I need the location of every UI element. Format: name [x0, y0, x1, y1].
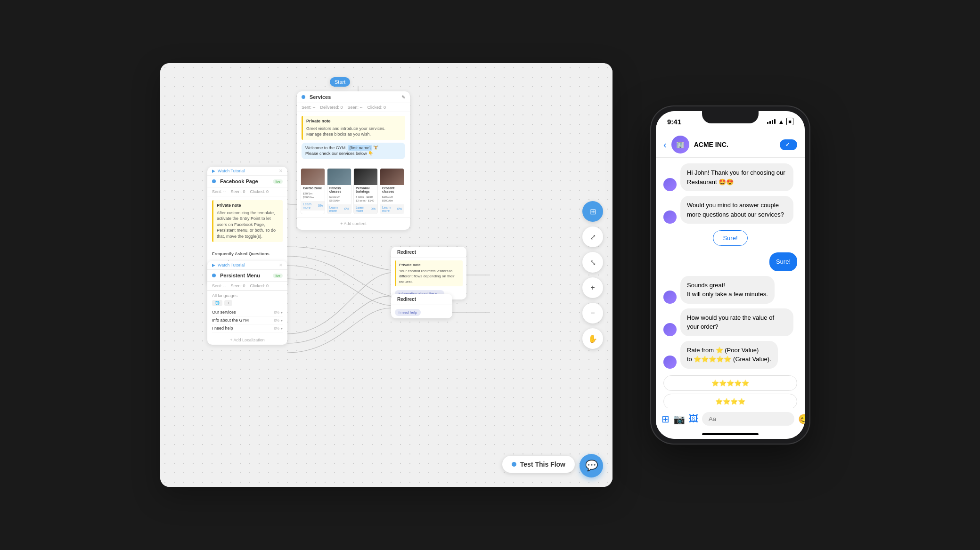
add-icon: ⊞	[590, 207, 596, 216]
test-flow-button[interactable]: Test This Flow	[502, 456, 575, 473]
test-flow-dot	[512, 462, 516, 467]
gallery-item-fitness[interactable]: Fitness classes $300/1m$500/6m Learn mor…	[327, 168, 351, 214]
lang-btn-1[interactable]: 🌐	[212, 300, 222, 306]
chat-area: Hi John! Thank you for choosing our Rest…	[656, 158, 805, 408]
services-note-text: Greet visitors and introduce your servic…	[306, 126, 402, 138]
node-redirect-2[interactable]: Redirect i need help	[391, 294, 452, 318]
test-flow-label: Test This Flow	[520, 461, 565, 468]
fb-label: Facebook Page	[220, 178, 258, 184]
node-services-body: Private note Greet visitors and introduc…	[297, 112, 410, 165]
bot-avatar-2	[663, 210, 677, 224]
watch-tutorial-facebook[interactable]: ▶ Watch Tutorial ✕	[207, 167, 287, 176]
lang-section: All languages 🌐 + Our services0% ● Info …	[207, 291, 287, 335]
quick-reply-sure[interactable]: Sure!	[713, 230, 747, 246]
gallery-img-fitness	[327, 169, 351, 185]
learn-more-fitness[interactable]: Learn more0%	[327, 204, 351, 214]
node-services-header: Services ✎	[297, 91, 410, 103]
bot-avatar-1	[663, 178, 677, 191]
rating-5-star[interactable]: ⭐⭐⭐⭐⭐	[663, 375, 797, 391]
services-message: Welcome to the GYM, {first name} 🏋️ Plea…	[302, 143, 405, 159]
fb-private-note: Private note After customizing the templ…	[212, 200, 283, 242]
expand-icon: ⤡	[590, 258, 596, 267]
redirect-1-note: Private note Your chatbot redirects visi…	[395, 260, 463, 286]
bot-avatar-4	[663, 323, 677, 336]
toolbar-add-btn[interactable]: ⊞	[582, 201, 603, 222]
learn-more-crossfit[interactable]: Learn more0%	[380, 204, 404, 214]
lang-title: All languages	[212, 293, 283, 298]
services-edit-icon[interactable]: ✎	[401, 95, 405, 100]
messenger-header: ‹ 🏢 ACME INC. ✓	[656, 132, 805, 158]
node-start: Start	[330, 77, 350, 87]
start-label: Start	[335, 79, 345, 85]
watch-tutorial-persistent[interactable]: ▶ Watch Tutorial ✕	[207, 261, 287, 270]
phone-screen: 9:41 ▲ ■ ‹ 🏢	[656, 111, 805, 439]
gallery-item-personal[interactable]: Personal trainings 8 sess - $15012 sess …	[353, 168, 378, 214]
rating-options: ⭐⭐⭐⭐⭐ ⭐⭐⭐⭐ ⭐⭐⭐ ⭐⭐	[663, 373, 797, 408]
redirect-2-header: Redirect	[391, 294, 452, 305]
hand-icon: ✋	[588, 334, 597, 343]
node-services[interactable]: Services ✎ Sent: -- Delivered: 0 Seen: -…	[297, 91, 410, 230]
toolbar-hand-btn[interactable]: ✋	[582, 328, 603, 349]
bot-msg-5: Rate from ⭐ (Poor Value)to ⭐⭐⭐⭐⭐ (Great …	[663, 341, 797, 369]
bot-msg-1: Hi John! Thank you for choosing our Rest…	[663, 163, 797, 191]
pm-label: Persistent Menu	[220, 273, 260, 278]
verified-check: ✓	[785, 142, 790, 148]
fb-dot	[212, 179, 216, 183]
pm-dot	[212, 274, 216, 277]
apps-icon[interactable]: ⊞	[662, 413, 670, 425]
pm-item-gym[interactable]: Info about the GYM0% ●	[212, 316, 283, 324]
right-toolbar: ⊞ ⤢ ⤡ + − ✋	[582, 201, 603, 349]
redirect-1-header: Redirect	[391, 247, 466, 258]
node-persistent-menu[interactable]: ▶ Watch Tutorial ✕ Persistent Menu live …	[207, 261, 287, 345]
toolbar-zoom-in-btn[interactable]: +	[582, 277, 603, 298]
gallery-img-personal	[354, 169, 377, 185]
flow-icon: ⤢	[590, 233, 596, 242]
camera-icon[interactable]: 📷	[673, 413, 685, 425]
gallery-label-fitness: Fitness classes	[327, 185, 351, 194]
node-persistent-header: Persistent Menu live	[207, 270, 287, 282]
gallery-text-fitness: $300/1m$500/6m	[327, 194, 351, 204]
faq-title: Frequently Asked Questions	[212, 251, 283, 256]
flow-builder: Start Services ✎ Sent: -- Delivered: 0 S…	[160, 63, 612, 487]
quick-reply-container[interactable]: Sure!	[663, 228, 797, 248]
learn-more-cardio[interactable]: Learn more0%	[301, 201, 325, 210]
chat-fab[interactable]: 💬	[580, 454, 603, 477]
rating-4-star[interactable]: ⭐⭐⭐⭐	[663, 394, 797, 408]
user-bubble-1: Sure!	[769, 252, 797, 271]
gallery-text-crossfit: $300/1m$900/6m	[380, 194, 404, 204]
pm-item-help[interactable]: I need help0% ●	[212, 324, 283, 332]
pm-item-services[interactable]: Our services0% ●	[212, 308, 283, 316]
toolbar-flow-btn[interactable]: ⤢	[582, 226, 603, 247]
battery-icon: ■	[786, 118, 793, 125]
redirect-2-body: i need help	[391, 305, 452, 318]
gallery-text-cardio: $20/1m$500/6m	[301, 191, 325, 201]
lang-controls[interactable]: 🌐 +	[212, 300, 283, 306]
node-redirect-1[interactable]: Redirect Private note Your chatbot redir…	[391, 247, 466, 299]
stat-sent: Sent: --	[302, 105, 316, 110]
toolbar-zoom-out-btn[interactable]: −	[582, 303, 603, 324]
zoom-out-icon: −	[590, 309, 595, 317]
add-localization-btn[interactable]: + Add Localization	[207, 335, 287, 345]
verified-button[interactable]: ✓	[780, 139, 797, 150]
status-time: 9:41	[667, 118, 681, 126]
gallery-icon[interactable]: 🖼	[689, 413, 698, 424]
bot-bubble-1: Hi John! Thank you for choosing our Rest…	[680, 163, 793, 191]
emoji-icon[interactable]: 😊	[798, 413, 805, 425]
lang-btn-2[interactable]: +	[224, 300, 232, 306]
bot-msg-3: Sounds great!It will only take a few min…	[663, 276, 797, 304]
bot-avatar-5	[663, 356, 677, 369]
bot-bubble-4: How would you rate the value of your ord…	[680, 308, 793, 336]
learn-more-personal[interactable]: Learn more0%	[354, 204, 377, 214]
toolbar-expand-btn[interactable]: ⤡	[582, 252, 603, 273]
services-label: Services	[310, 94, 331, 100]
gallery-img-cardio	[301, 169, 325, 185]
gallery-item-crossfit[interactable]: Crossfit classes $300/1m$900/6m Learn mo…	[380, 168, 404, 214]
bot-bubble-3: Sounds great!It will only take a few min…	[680, 276, 775, 304]
fb-stats: Sent: -- Seen: 0 Clicked: 0	[207, 187, 287, 196]
back-button[interactable]: ‹	[663, 139, 667, 150]
pm-stats: Sent: -- Seen: 0 Clicked: 0	[207, 282, 287, 291]
add-content-btn[interactable]: + Add content	[297, 217, 410, 230]
chat-input[interactable]	[702, 412, 794, 426]
canvas: Start Services ✎ Sent: -- Delivered: 0 S…	[160, 63, 612, 487]
gallery-item-cardio[interactable]: Cardio zone $20/1m$500/6m Learn more0%	[301, 168, 325, 214]
